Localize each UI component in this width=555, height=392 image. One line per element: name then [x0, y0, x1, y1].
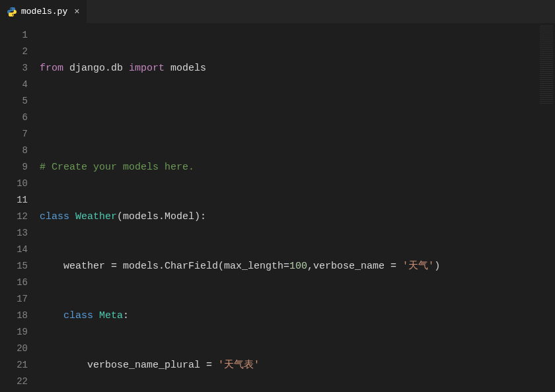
line-number: 10: [0, 176, 28, 192]
tab-models-py[interactable]: models.py ×: [0, 0, 87, 23]
line-number: 21: [0, 357, 28, 374]
code-line: [40, 110, 555, 126]
python-icon: [7, 7, 17, 17]
code-line: # Create your models here.: [40, 159, 555, 176]
line-number: 4: [0, 77, 28, 93]
code-line: from django.db import models: [40, 60, 555, 77]
code-line: weather = models.CharField(max_length=10…: [40, 258, 555, 275]
line-number: 8: [0, 143, 28, 159]
line-number: 7: [0, 126, 28, 143]
line-number: 12: [0, 209, 28, 225]
code-line: class Weather(models.Model):: [40, 209, 555, 225]
line-number: 14: [0, 242, 28, 258]
code-line: class Meta:: [40, 308, 555, 324]
line-number: 17: [0, 291, 28, 308]
line-number: 16: [0, 275, 28, 291]
line-number: 6: [0, 110, 28, 126]
tab-label: models.py: [21, 7, 67, 16]
line-number: 2: [0, 44, 28, 60]
close-icon[interactable]: ×: [74, 7, 79, 17]
code-content[interactable]: from django.db import models # Create yo…: [40, 23, 555, 392]
line-number: 15: [0, 258, 28, 275]
line-number: 22: [0, 374, 28, 390]
line-number: 20: [0, 341, 28, 357]
tab-bar: models.py ×: [0, 0, 555, 23]
line-number: 9: [0, 159, 28, 176]
line-number: 19: [0, 324, 28, 341]
editor-area[interactable]: 1 2 3 4 5 6 7 8 9 10 11 12 13 14 15 16 1…: [0, 23, 555, 392]
minimap[interactable]: [540, 26, 553, 105]
line-number: 18: [0, 308, 28, 324]
line-number: 5: [0, 93, 28, 110]
line-number: 13: [0, 225, 28, 242]
line-number: 11: [0, 192, 28, 209]
line-number: 1: [0, 27, 28, 44]
code-line: verbose_name_plural = '天气表': [40, 357, 555, 374]
line-number-gutter: 1 2 3 4 5 6 7 8 9 10 11 12 13 14 15 16 1…: [0, 23, 40, 392]
line-number: 3: [0, 60, 28, 77]
